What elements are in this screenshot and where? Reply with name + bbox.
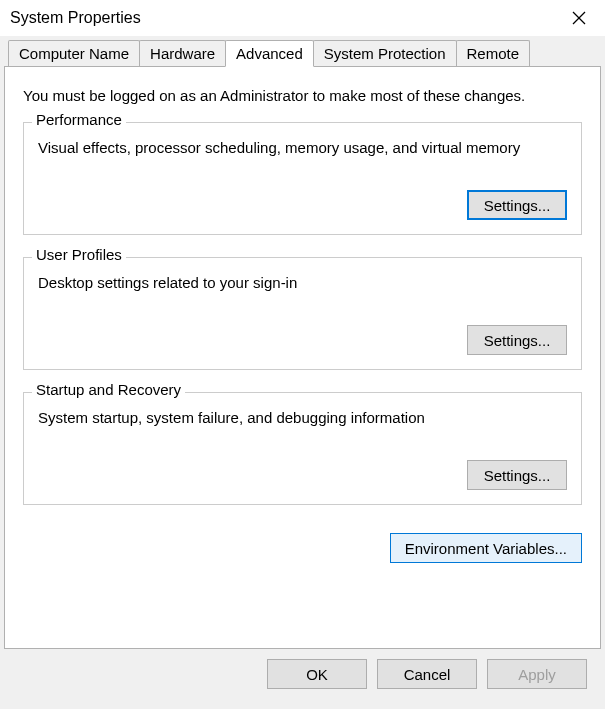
environment-variables-button[interactable]: Environment Variables... xyxy=(390,533,582,563)
tab-remote[interactable]: Remote xyxy=(456,40,531,66)
group-user-profiles-legend: User Profiles xyxy=(32,246,126,263)
apply-button[interactable]: Apply xyxy=(487,659,587,689)
group-user-profiles-desc: Desktop settings related to your sign-in xyxy=(38,274,567,291)
group-performance-button-row: Settings... xyxy=(38,190,567,220)
dialog-body: Computer Name Hardware Advanced System P… xyxy=(0,36,605,709)
group-startup-recovery-desc: System startup, system failure, and debu… xyxy=(38,409,567,426)
tab-computer-name[interactable]: Computer Name xyxy=(8,40,140,66)
close-icon[interactable] xyxy=(559,3,599,33)
titlebar: System Properties xyxy=(0,0,605,36)
cancel-button[interactable]: Cancel xyxy=(377,659,477,689)
tab-advanced[interactable]: Advanced xyxy=(225,40,314,67)
performance-settings-button[interactable]: Settings... xyxy=(467,190,567,220)
system-properties-window: System Properties Computer Name Hardware… xyxy=(0,0,605,709)
group-user-profiles: User Profiles Desktop settings related t… xyxy=(23,257,582,370)
tab-hardware[interactable]: Hardware xyxy=(139,40,226,66)
group-startup-recovery-button-row: Settings... xyxy=(38,460,567,490)
group-startup-recovery-legend: Startup and Recovery xyxy=(32,381,185,398)
group-performance-desc: Visual effects, processor scheduling, me… xyxy=(38,139,567,156)
group-user-profiles-button-row: Settings... xyxy=(38,325,567,355)
group-performance-legend: Performance xyxy=(32,111,126,128)
group-startup-recovery: Startup and Recovery System startup, sys… xyxy=(23,392,582,505)
window-title: System Properties xyxy=(10,9,559,27)
tab-system-protection[interactable]: System Protection xyxy=(313,40,457,66)
tab-panel-advanced: You must be logged on as an Administrato… xyxy=(4,66,601,649)
dialog-footer: OK Cancel Apply xyxy=(4,649,601,699)
environment-variables-row: Environment Variables... xyxy=(23,533,582,563)
ok-button[interactable]: OK xyxy=(267,659,367,689)
tabstrip: Computer Name Hardware Advanced System P… xyxy=(4,40,601,66)
admin-notice-text: You must be logged on as an Administrato… xyxy=(23,87,582,104)
user-profiles-settings-button[interactable]: Settings... xyxy=(467,325,567,355)
group-performance: Performance Visual effects, processor sc… xyxy=(23,122,582,235)
startup-recovery-settings-button[interactable]: Settings... xyxy=(467,460,567,490)
